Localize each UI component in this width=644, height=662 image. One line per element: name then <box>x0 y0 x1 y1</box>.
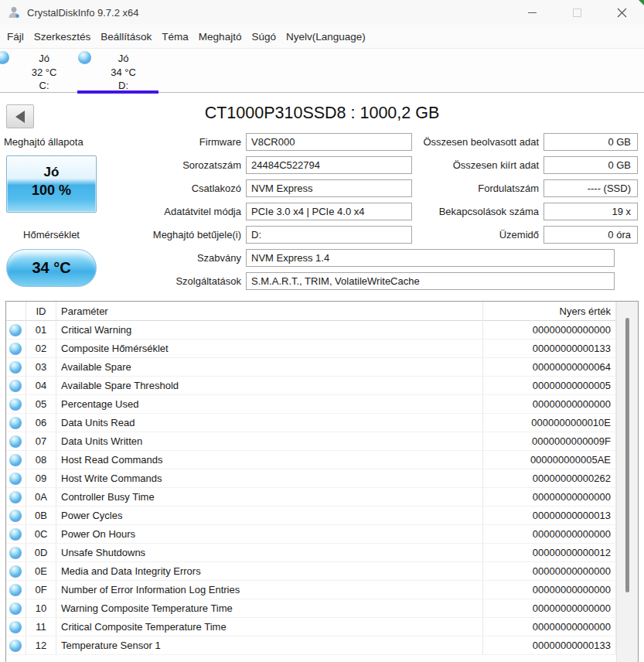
row-id: 04 <box>26 377 56 394</box>
field-label: Szabvány <box>0 249 241 267</box>
row-parameter: Percentage Used <box>56 395 483 413</box>
status-orb-icon <box>9 417 22 429</box>
status-orb-icon <box>9 528 22 541</box>
status-orb-icon <box>9 435 22 448</box>
table-row: 11 Critical Composite Temperature Time 0… <box>6 618 638 636</box>
field-szabvany: Szabvány NVM Express 1.4 <box>0 249 644 267</box>
table-row: 12 Temperature Sensor 1 00000000000133 <box>6 636 638 655</box>
title-bar: CrystalDiskInfo 9.7.2 x64 <box>0 0 644 25</box>
menu-item-szerkesztes[interactable]: Szerkesztés <box>34 31 91 43</box>
row-raw-value: 00000000000005 <box>483 377 616 394</box>
header-id: ID <box>26 302 56 321</box>
drive-tab-d[interactable]: Jó 34 °C D: <box>77 49 158 93</box>
table-row: 02 Composite Hőmérséklet 00000000000133 <box>6 340 638 358</box>
tab-status: Jó <box>88 52 158 66</box>
close-button[interactable] <box>599 0 644 25</box>
table-row: 05 Percentage Used 00000000000000 <box>6 395 638 414</box>
row-id: 11 <box>26 618 56 636</box>
tab-temperature: 34 °C <box>88 66 158 80</box>
row-parameter: Unsafe Shutdowns <box>56 544 483 561</box>
table-row: 10 Warning Composite Temperature Time 00… <box>6 599 638 618</box>
row-id: 02 <box>26 340 56 357</box>
table-row: 09 Host Write Commands 00000000000262 <box>6 469 638 488</box>
table-row: 0C Power On Hours 00000000000000 <box>6 525 638 544</box>
minimize-button[interactable] <box>509 0 554 25</box>
status-orb-icon <box>9 510 22 522</box>
minimize-icon <box>528 12 537 13</box>
row-parameter: Media and Data Integrity Errors <box>56 562 483 580</box>
row-raw-value: 00000000000000 <box>483 395 616 413</box>
row-raw-value: 00000000000133 <box>483 636 616 654</box>
back-button[interactable] <box>6 104 34 128</box>
menu-item-fajl[interactable]: Fájl <box>7 31 24 43</box>
table-row: 03 Available Spare 00000000000064 <box>6 358 638 377</box>
table-row: 04 Available Spare Threshold 00000000000… <box>6 377 638 395</box>
row-raw-value: 00000000000000 <box>483 525 616 543</box>
row-id: 10 <box>26 599 56 617</box>
status-orb-icon <box>9 621 22 633</box>
tab-letter: C: <box>11 79 77 93</box>
field-label: Összesen beolvasott adat <box>402 133 539 151</box>
field-label: Összesen kiírt adat <box>402 156 539 174</box>
row-parameter: Warning Composite Temperature Time <box>56 599 483 617</box>
field-label: Meghajtó betűjele(i) <box>0 226 241 244</box>
menu-bar: Fájl Szerkesztés Beállítások Téma Meghaj… <box>0 25 644 48</box>
row-parameter: Controller Busy Time <box>56 488 483 506</box>
header-parameter: Paraméter <box>56 302 483 321</box>
menu-item-nyelv[interactable]: Nyelv(Language) <box>286 31 366 43</box>
field-value: 0 GB <box>543 133 638 151</box>
header-raw-value: Nyers érték <box>483 302 616 321</box>
row-raw-value: 000000000005AE <box>483 451 616 469</box>
scrollbar-thumb[interactable] <box>625 318 629 592</box>
menu-item-beallitasok[interactable]: Beállítások <box>101 31 152 43</box>
menu-item-tema[interactable]: Téma <box>162 31 189 43</box>
row-parameter: Power On Hours <box>56 525 483 543</box>
field-label: Fordulatszám <box>402 179 539 197</box>
status-orb-icon <box>9 398 22 411</box>
status-orb-icon <box>9 602 22 615</box>
field-label: Szolgáltatások <box>0 272 241 290</box>
row-raw-value: 00000000000064 <box>483 358 616 376</box>
field-value: 0 GB <box>543 156 638 174</box>
row-parameter: Temperature Sensor 1 <box>56 636 483 654</box>
menu-item-sugo[interactable]: Súgó <box>251 31 276 43</box>
maximize-button[interactable] <box>554 0 599 25</box>
field-value: D: <box>246 226 412 244</box>
drive-tab-c[interactable]: Jó 32 °C C: <box>0 49 77 93</box>
field-label: Bekapcsolások száma <box>402 203 539 220</box>
status-orb-icon <box>9 547 22 559</box>
status-orb-icon <box>9 584 22 596</box>
health-orb-icon <box>0 51 9 64</box>
row-raw-value: 00000000000013 <box>483 507 616 524</box>
field-value: S.M.A.R.T., TRIM, VolatileWriteCache <box>246 272 615 290</box>
field-csatlakozo: Csatlakozó NVM Express Fordulatszám ----… <box>0 179 644 197</box>
field-szolgaltatasok: Szolgáltatások S.M.A.R.T., TRIM, Volatil… <box>0 272 644 290</box>
row-parameter: Data Units Read <box>56 414 483 432</box>
row-raw-value: 00000000000133 <box>483 340 616 357</box>
row-parameter: Composite Hőmérséklet <box>56 340 483 357</box>
field-value: ---- (SSD) <box>543 179 638 197</box>
row-raw-value: 00000000000012 <box>483 544 616 561</box>
status-orb-icon <box>9 343 22 355</box>
row-id: 0F <box>26 581 56 599</box>
status-orb-icon <box>9 565 22 578</box>
field-sorozatszam: Sorozatszám 24484C522794 Összesen kiírt … <box>0 156 644 174</box>
row-raw-value: 00000000000000 <box>483 562 616 580</box>
status-orb-icon <box>9 473 22 485</box>
table-scrollbar[interactable] <box>616 302 638 662</box>
screen-corner-artifact <box>639 0 644 5</box>
status-orb-icon <box>9 380 22 392</box>
row-raw-value: 00000000000000 <box>483 618 616 636</box>
field-label: Firmware <box>0 133 241 151</box>
row-raw-value: 00000000000000 <box>483 599 616 617</box>
field-value: 0 óra <box>543 226 638 244</box>
status-orb-icon <box>9 361 22 374</box>
field-value: NVM Express 1.4 <box>246 249 615 267</box>
drive-tab-strip: Jó 32 °C C: Jó 34 °C D: <box>0 48 644 93</box>
crystaldiskinfo-window: CrystalDiskInfo 9.7.2 x64 Fájl Szerkeszt… <box>0 0 644 662</box>
row-raw-value: 00000000000000 <box>483 581 616 599</box>
row-id: 0E <box>26 562 56 580</box>
menu-item-meghajto[interactable]: Meghajtó <box>199 31 242 43</box>
row-raw-value: 00000000000000 <box>483 321 616 339</box>
status-orb-icon <box>9 491 22 503</box>
